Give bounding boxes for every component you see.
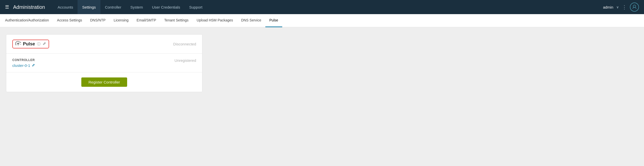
subnav-email[interactable]: Email/SMTP <box>133 14 160 27</box>
hamburger-icon[interactable]: ☰ <box>5 4 9 10</box>
subnav-hsm[interactable]: Upload HSM Packages <box>193 14 237 27</box>
nav-controller[interactable]: Controller <box>100 0 126 14</box>
cloud-upload-icon <box>15 41 21 47</box>
subnav-dns-service[interactable]: DNS Service <box>237 14 265 27</box>
pulse-title-group: Pulse ⓘ <box>12 40 49 48</box>
controller-link[interactable]: cluster-0-1 <box>12 63 30 68</box>
chevron-down-icon[interactable]: ∨ <box>616 5 619 9</box>
pulse-card: Pulse ⓘ Disconnected CONTROLLER cluster- <box>6 34 202 92</box>
nav-system[interactable]: System <box>126 0 148 14</box>
top-navigation: ☰ Administration Accounts Settings Contr… <box>0 0 644 14</box>
controller-edit-icon[interactable] <box>32 64 35 68</box>
edit-icon[interactable] <box>43 42 46 46</box>
app-title: Administration <box>13 4 45 10</box>
pulse-status: Disconnected <box>173 42 196 46</box>
sub-navigation: Authentication/Authorization Access Sett… <box>0 14 644 27</box>
subnav-pulse[interactable]: Pulse <box>265 14 282 27</box>
nav-user-credentials[interactable]: User Credentials <box>148 0 185 14</box>
top-nav-links: Accounts Settings Controller System User… <box>53 0 603 14</box>
info-icon[interactable]: ⓘ <box>37 42 41 46</box>
subnav-tenant[interactable]: Tenant Settings <box>160 14 193 27</box>
nav-accounts[interactable]: Accounts <box>53 0 78 14</box>
more-options-icon[interactable]: ⋮ <box>622 4 627 10</box>
main-content: Pulse ⓘ Disconnected CONTROLLER cluster- <box>0 27 644 166</box>
controller-row: CONTROLLER cluster-0-1 Unregistered <box>6 54 202 72</box>
pulse-title: Pulse <box>23 41 35 47</box>
controller-status: Unregistered <box>174 58 196 63</box>
nav-settings[interactable]: Settings <box>78 0 100 14</box>
pulse-header-row: Pulse ⓘ Disconnected <box>6 35 202 54</box>
controller-link-group: cluster-0-1 <box>12 63 35 68</box>
top-nav-right: admin ∨ ⋮ <box>603 3 639 12</box>
nav-support[interactable]: Support <box>185 0 207 14</box>
avatar[interactable] <box>630 3 639 12</box>
subnav-access[interactable]: Access Settings <box>53 14 86 27</box>
register-controller-button[interactable]: Register Controller <box>81 77 127 87</box>
user-label: admin <box>603 5 613 9</box>
subnav-licensing[interactable]: Licensing <box>110 14 132 27</box>
subnav-auth[interactable]: Authentication/Authorization <box>5 14 53 27</box>
controller-info: CONTROLLER cluster-0-1 <box>12 58 35 68</box>
controller-label: CONTROLLER <box>12 58 35 62</box>
pulse-box: Pulse ⓘ <box>12 40 49 48</box>
subnav-dns-ntp[interactable]: DNS/NTP <box>86 14 110 27</box>
register-row: Register Controller <box>6 72 202 92</box>
